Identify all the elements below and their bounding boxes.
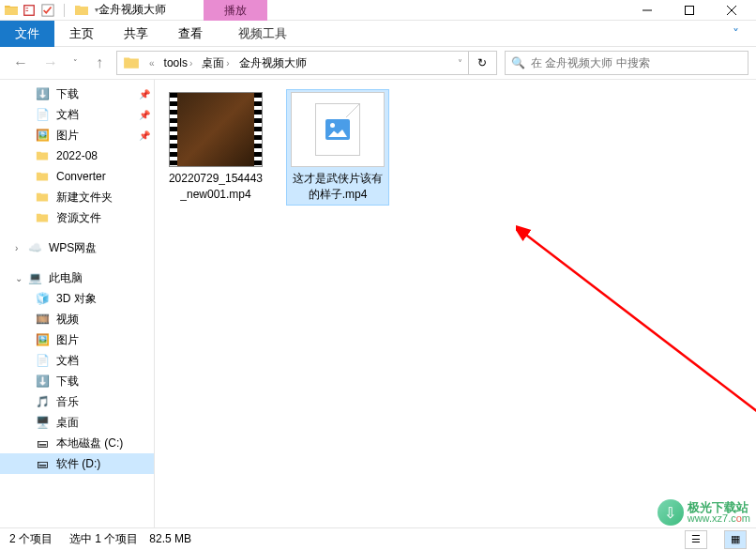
breadcrumb-item[interactable]: 金舟视频大师	[235, 55, 310, 71]
pin-icon: 📌	[139, 130, 150, 141]
back-button[interactable]: ←	[8, 51, 34, 75]
watermark: ⇩ 极光下载站 www.xz7.com	[658, 499, 750, 526]
video-thumbnail	[169, 92, 263, 167]
file-name: 20220729_154443_new001.mp4	[167, 171, 265, 203]
sidebar-drive-c[interactable]: 🖴本地磁盘 (C:)	[0, 433, 154, 453]
sidebar-folder[interactable]: 新建文件夹	[0, 187, 154, 207]
tab-file[interactable]: 文件	[0, 21, 54, 47]
sidebar-pictures[interactable]: 🖼️图片	[0, 329, 154, 350]
tab-video-tools[interactable]: 视频工具	[223, 21, 302, 47]
file-item[interactable]: 20220729_154443_new001.mp4	[164, 89, 267, 206]
navbar: ← → ˅ ↑ « tools› 桌面› 金舟视频大师 ˅ ↻ 🔍	[0, 47, 756, 79]
sidebar-wps[interactable]: ›☁️WPS网盘	[0, 237, 154, 258]
maximize-button[interactable]	[668, 0, 710, 21]
folder-qat-icon[interactable]	[74, 3, 89, 18]
collapse-ribbon-icon[interactable]: ˅	[733, 26, 739, 41]
details-view-button[interactable]: ☰	[685, 530, 707, 549]
tab-home[interactable]: 主页	[54, 21, 109, 47]
statusbar: 2 个项目 选中 1 个项目 82.5 MB ☰ ▦	[0, 527, 756, 550]
svg-line-8	[523, 233, 756, 521]
nav-tree: ⬇️下载📌 📄文档📌 🖼️图片📌 2022-08 Converter 新建文件夹…	[0, 80, 155, 527]
ribbon: 文件 主页 共享 查看 视频工具 ˅	[0, 21, 756, 47]
refresh-button[interactable]: ↻	[468, 52, 494, 74]
sidebar-item-pictures[interactable]: 🖼️图片📌	[0, 125, 154, 145]
search-box[interactable]: 🔍	[505, 51, 748, 75]
sidebar-item-documents[interactable]: 📄文档📌	[0, 104, 154, 125]
sidebar-documents[interactable]: 📄文档	[0, 350, 154, 371]
svg-rect-0	[24, 5, 35, 15]
sidebar-3d-objects[interactable]: 🧊3D 对象	[0, 288, 154, 309]
properties-icon[interactable]	[23, 4, 36, 17]
file-item-selected[interactable]: 这才是武侠片该有的样子.mp4	[286, 89, 389, 206]
sidebar-desktop[interactable]: 🖥️桌面	[0, 412, 154, 433]
file-pane[interactable]: 20220729_154443_new001.mp4 这才是武侠片该有的样子.m…	[155, 80, 756, 527]
close-button[interactable]	[710, 0, 752, 21]
checkbox-checked-icon[interactable]	[41, 4, 54, 17]
selection-info: 选中 1 个项目 82.5 MB	[69, 531, 191, 547]
recent-locations-button[interactable]: ˅	[68, 51, 83, 75]
icons-view-button[interactable]: ▦	[724, 530, 747, 549]
annotation-arrow	[516, 225, 756, 544]
minimize-button[interactable]	[626, 0, 668, 21]
watermark-icon: ⇩	[658, 499, 684, 526]
titlebar: ▾ 金舟视频大师	[0, 0, 756, 21]
pin-icon: 📌	[139, 89, 150, 99]
sidebar-folder[interactable]: 资源文件	[0, 207, 154, 228]
address-bar[interactable]: « tools› 桌面› 金舟视频大师 ˅ ↻	[116, 51, 497, 75]
sidebar-item-downloads[interactable]: ⬇️下载📌	[0, 84, 154, 104]
search-icon: 🔍	[511, 56, 525, 69]
folder-icon	[123, 54, 140, 71]
folder-app-icon	[4, 3, 19, 18]
sidebar-videos[interactable]: 🎞️视频	[0, 309, 154, 329]
svg-rect-1	[26, 8, 29, 8]
tab-view[interactable]: 查看	[163, 21, 218, 47]
breadcrumb-item[interactable]: tools›	[160, 56, 199, 69]
generic-thumbnail	[291, 92, 385, 167]
quick-access-toolbar: ▾	[23, 3, 98, 18]
window-title: 金舟视频大师	[98, 2, 166, 18]
file-name: 这才是武侠片该有的样子.mp4	[289, 171, 386, 203]
breadcrumb-item[interactable]: 桌面›	[198, 55, 234, 71]
up-button[interactable]: ↑	[86, 51, 113, 75]
sidebar-folder[interactable]: Converter	[0, 166, 154, 187]
sidebar-music[interactable]: 🎵音乐	[0, 391, 154, 412]
sidebar-downloads[interactable]: ⬇️下载	[0, 371, 154, 391]
contextual-tab-header: 播放	[204, 0, 267, 21]
pin-icon: 📌	[139, 110, 150, 120]
tab-share[interactable]: 共享	[109, 21, 163, 47]
svg-rect-5	[685, 6, 693, 14]
sidebar-drive-d[interactable]: 🖴软件 (D:)	[0, 453, 154, 474]
search-input[interactable]	[531, 56, 742, 69]
item-count: 2 个项目	[9, 531, 53, 547]
svg-rect-2	[26, 10, 29, 11]
sidebar-thispc[interactable]: ⌄💻此电脑	[0, 267, 154, 288]
sidebar-folder[interactable]: 2022-08	[0, 145, 154, 166]
forward-button[interactable]: →	[38, 51, 64, 75]
